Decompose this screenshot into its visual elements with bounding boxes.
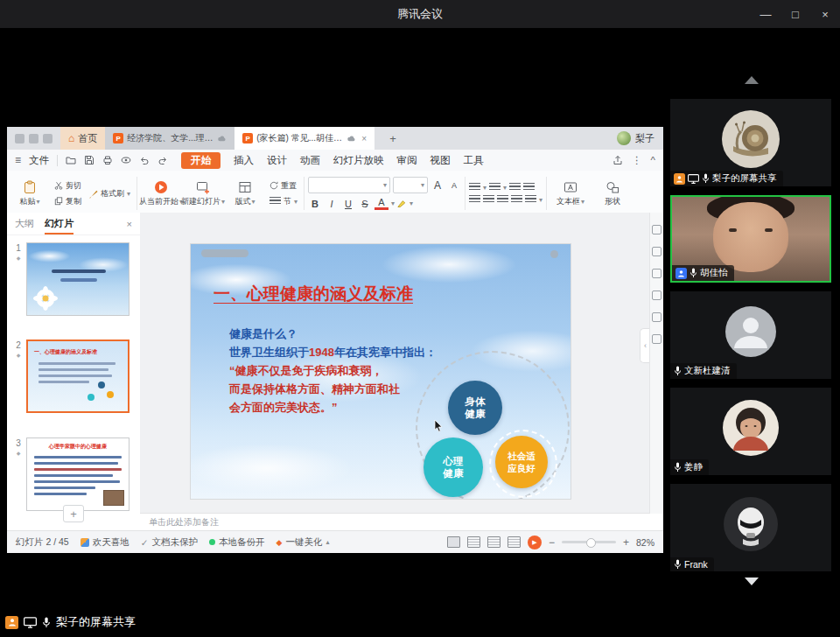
zoom-in-button[interactable]: + (623, 536, 629, 549)
session-icon[interactable] (29, 134, 38, 144)
menu-start[interactable]: 开始 (181, 152, 220, 169)
more-icon[interactable]: ⋮ (632, 154, 642, 166)
menu-animation[interactable]: 动画 (300, 154, 320, 167)
participant-tile[interactable]: 姜静 (670, 388, 831, 475)
reading-view-icon[interactable] (508, 536, 521, 548)
maximize-button[interactable]: □ (780, 0, 810, 28)
shapes-button[interactable]: 形状 (592, 172, 633, 214)
underline-button[interactable]: U (341, 197, 355, 210)
copy-button[interactable]: 复制 (54, 196, 81, 207)
align-right-icon[interactable] (497, 195, 508, 204)
numbered-list-icon[interactable] (489, 183, 500, 192)
format-painter-button[interactable]: 格式刷▾ (88, 188, 130, 200)
line-spacing-icon[interactable] (525, 195, 536, 204)
menu-design[interactable]: 设计 (267, 154, 287, 167)
menu-tools[interactable]: 工具 (464, 154, 484, 167)
tab-slides[interactable]: 幻灯片 (45, 214, 74, 234)
scroll-down-arrow[interactable] (745, 578, 759, 585)
undo-icon[interactable] (139, 155, 150, 165)
circle-physical-health[interactable]: 身体 健康 (448, 381, 502, 435)
menu-view[interactable]: 视图 (430, 154, 451, 167)
comments-pane-icon[interactable] (652, 290, 662, 300)
circle-social-adaptation[interactable]: 社会适 应良好 (495, 436, 548, 488)
justify-icon[interactable] (511, 195, 522, 204)
cut-button[interactable]: 剪切 (54, 180, 81, 192)
print-icon[interactable] (102, 155, 113, 165)
layout-button[interactable]: 版式▾ (225, 172, 265, 214)
align-left-icon[interactable] (469, 195, 480, 204)
apps-grid-icon[interactable] (15, 134, 24, 144)
zoom-slider[interactable] (562, 541, 616, 543)
print-preview-icon[interactable] (121, 155, 131, 165)
section-button[interactable]: 节▾ (270, 196, 298, 207)
reset-button[interactable]: 重置 (270, 180, 298, 192)
font-family-combo[interactable]: ▾ (308, 177, 390, 193)
play-from-current-button[interactable]: 从当前开始▾ (141, 172, 181, 214)
slide-body-text[interactable]: 健康是什么？ 世界卫生组织于1948年在其宪章中指出： “健康不仅是免于疾病和衰… (229, 325, 437, 416)
menu-insert[interactable]: 插入 (234, 154, 254, 167)
backup-status[interactable]: 本地备份开 (209, 536, 265, 549)
decrease-font-button[interactable]: A (447, 178, 461, 192)
bold-button[interactable]: B (308, 197, 322, 210)
open-folder-icon[interactable] (66, 155, 76, 165)
main-menu-icon[interactable]: ≡ (15, 154, 21, 166)
current-slide[interactable]: 一、心理健康的涵义及标准 健康是什么？ 世界卫生组织于1948年在其宪章中指出：… (191, 244, 570, 499)
highlight-dropdown[interactable]: ▾ (410, 200, 413, 207)
account-area[interactable]: 梨子 (617, 131, 663, 145)
help-pane-icon[interactable] (652, 334, 662, 344)
slide-sorter-view-icon[interactable] (467, 536, 480, 548)
slideshow-play-button[interactable]: ▶ (528, 536, 542, 550)
font-size-combo[interactable]: ▾ (393, 177, 428, 193)
slide-canvas[interactable]: 一、心理健康的涵义及标准 健康是什么？ 世界卫生组织于1948年在其宪章中指出：… (140, 213, 650, 514)
participant-tile[interactable]: Frank (670, 484, 831, 571)
history-pane-icon[interactable] (652, 312, 662, 322)
participant-tile-active-speaker[interactable]: 胡佳怡 (670, 195, 831, 283)
zoom-out-button[interactable]: − (549, 536, 555, 549)
font-color-button[interactable]: A (374, 197, 388, 210)
file-menu[interactable]: 文件 (29, 154, 49, 167)
participant-tile[interactable]: 文新杜建清 (670, 291, 831, 379)
slide-thumbnail-3[interactable]: 心理学家眼中的心理健康 (26, 438, 130, 511)
new-tab-button[interactable]: + (374, 127, 411, 150)
close-tab-icon[interactable]: × (360, 134, 367, 144)
highlight-button[interactable] (397, 198, 407, 209)
textbox-button[interactable]: 文本框▾ (550, 172, 591, 214)
save-icon[interactable] (84, 155, 94, 165)
design-pane-icon[interactable] (652, 269, 662, 278)
tab-list-icon[interactable] (43, 134, 52, 144)
zoom-slider-knob[interactable] (586, 538, 596, 548)
menu-review[interactable]: 审阅 (397, 154, 417, 167)
new-slide-ribbon-button[interactable]: 新建幻灯片▾ (183, 172, 223, 214)
minimize-button[interactable]: — (751, 0, 780, 28)
properties-icon[interactable] (652, 225, 662, 234)
close-button[interactable]: × (810, 0, 840, 28)
theme-button[interactable]: 欢天喜地 (80, 536, 130, 549)
increase-font-button[interactable]: A (430, 178, 444, 192)
paste-button[interactable]: 粘贴▾ (10, 172, 50, 214)
circle-mental-health[interactable]: 心理 健康 (424, 438, 483, 497)
share-icon[interactable] (612, 155, 623, 165)
slide-thumbnail-1[interactable] (26, 242, 130, 316)
add-slide-button[interactable]: + (63, 505, 84, 522)
normal-view-icon[interactable] (447, 536, 460, 548)
tab-document-1[interactable]: P 经济学院、文学...理讲座.ppt (105, 127, 234, 150)
protection-status[interactable]: ✓文档未保护 (141, 536, 198, 549)
strikethrough-button[interactable]: S (358, 197, 372, 210)
decrease-indent-icon[interactable] (509, 183, 521, 192)
redo-icon[interactable] (158, 155, 168, 165)
tab-document-2[interactable]: P (家长篇) 常见...胡佳怡.ppt × (234, 127, 374, 150)
bullet-list-icon[interactable] (469, 183, 480, 192)
participant-tile-sharer[interactable]: 梨子的屏幕共享 (670, 99, 831, 186)
animation-pane-icon[interactable] (652, 247, 662, 256)
align-center-icon[interactable] (483, 195, 494, 204)
menu-slideshow[interactable]: 幻灯片放映 (333, 154, 384, 167)
scroll-up-arrow[interactable] (745, 76, 759, 84)
font-color-dropdown[interactable]: ▾ (391, 200, 395, 207)
collapse-ribbon-icon[interactable]: ^ (651, 155, 655, 165)
close-panel-icon[interactable]: × (127, 219, 132, 229)
tab-outline[interactable]: 大纲 (15, 217, 34, 230)
beautify-button[interactable]: ◆一键美化▴ (276, 536, 330, 549)
italic-button[interactable]: I (325, 197, 339, 210)
notes-view-icon[interactable] (487, 536, 500, 548)
notes-area[interactable]: 单击此处添加备注 (140, 513, 650, 531)
